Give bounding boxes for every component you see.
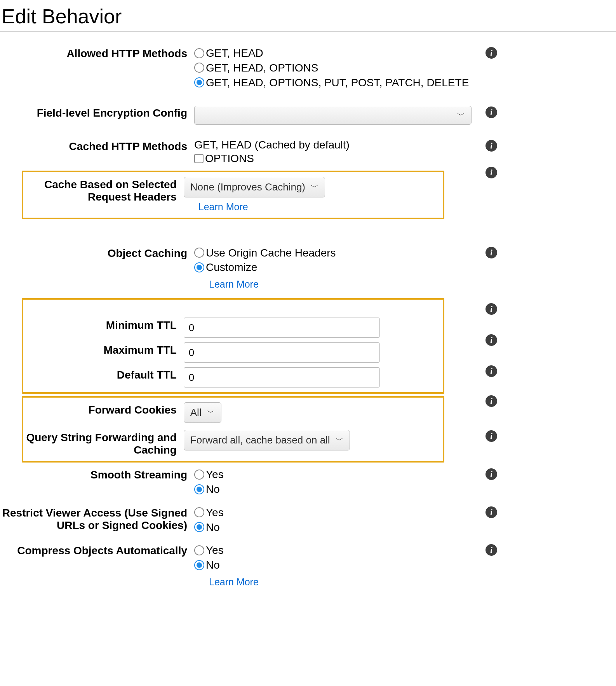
header-divider xyxy=(0,31,616,32)
radio-label: Customize xyxy=(206,261,257,273)
radio-icon[interactable] xyxy=(194,63,204,73)
chevron-down-icon: ﹀ xyxy=(336,435,343,445)
info-icon[interactable]: i xyxy=(485,47,497,59)
radio-label: GET, HEAD, OPTIONS, PUT, POST, PATCH, DE… xyxy=(206,77,469,89)
radio-icon[interactable] xyxy=(194,484,204,494)
select-value: Forward all, cache based on all xyxy=(190,434,330,446)
radio-label: GET, HEAD xyxy=(206,47,263,59)
select-cache-headers[interactable]: None (Improves Caching) ﹀ xyxy=(184,177,325,197)
select-value: All xyxy=(190,407,202,419)
select-value: None (Improves Caching) xyxy=(190,181,305,193)
radio-option-get-head-options[interactable]: GET, HEAD, OPTIONS xyxy=(194,61,474,75)
radio-compress-no[interactable]: No xyxy=(194,558,474,573)
radio-label: Yes xyxy=(206,468,224,480)
info-icon[interactable]: i xyxy=(485,544,497,556)
info-icon[interactable]: i xyxy=(485,106,497,118)
label-object-caching: Object Caching xyxy=(0,246,194,260)
radio-icon[interactable] xyxy=(194,470,204,480)
radio-icon[interactable] xyxy=(194,77,204,87)
row-object-caching: Object Caching Use Origin Cache Headers … xyxy=(0,243,505,293)
radio-label: Yes xyxy=(206,544,224,556)
select-field-level-encryption[interactable]: ﹀ xyxy=(194,106,472,125)
radio-label: GET, HEAD, OPTIONS xyxy=(206,62,318,74)
row-cache-headers: Cache Based on Selected Request Headers … xyxy=(23,175,443,215)
row-forward-cookies: Forward Cookies All ﹀ xyxy=(23,400,443,425)
radio-icon[interactable] xyxy=(194,522,204,532)
chevron-down-icon: ﹀ xyxy=(207,407,215,418)
label-compress-objects: Compress Objects Automatically xyxy=(0,543,194,557)
row-restrict-viewer-access: Restrict Viewer Access (Use Signed URLs … xyxy=(0,503,505,537)
radio-icon[interactable] xyxy=(194,545,204,555)
row-compress-objects: Compress Objects Automatically Yes No Le… xyxy=(0,541,505,590)
checkbox-options[interactable]: OPTIONS xyxy=(194,151,474,166)
highlight-ttl: Minimum TTL Maximum TTL Default TTL xyxy=(22,298,444,394)
radio-option-all-methods[interactable]: GET, HEAD, OPTIONS, PUT, POST, PATCH, DE… xyxy=(194,75,474,90)
label-default-ttl: Default TTL xyxy=(23,367,184,381)
checkbox-icon[interactable] xyxy=(194,154,204,163)
radio-compress-yes[interactable]: Yes xyxy=(194,543,474,558)
label-forward-cookies: Forward Cookies xyxy=(23,402,184,416)
cached-default-note: GET, HEAD (Cached by default) xyxy=(194,139,474,151)
input-minimum-ttl[interactable] xyxy=(184,318,380,338)
row-default-ttl: Default TTL xyxy=(23,365,443,390)
label-minimum-ttl: Minimum TTL xyxy=(23,318,184,332)
radio-use-origin-cache-headers[interactable]: Use Origin Cache Headers xyxy=(194,246,474,260)
radio-smooth-no[interactable]: No xyxy=(194,482,474,497)
row-smooth-streaming: Smooth Streaming Yes No i xyxy=(0,465,505,499)
row-field-level-encryption: Field-level Encryption Config ﹀ i xyxy=(0,103,505,127)
page-title: Edit Behavior xyxy=(0,5,616,28)
info-icon[interactable]: i xyxy=(485,506,497,518)
row-maximum-ttl: Maximum TTL xyxy=(23,340,443,365)
radio-customize[interactable]: Customize xyxy=(194,260,474,275)
info-icon[interactable]: i xyxy=(485,395,497,407)
info-icon[interactable]: i xyxy=(485,247,497,258)
label-restrict-viewer-access: Restrict Viewer Access (Use Signed URLs … xyxy=(0,505,194,532)
select-forward-cookies[interactable]: All ﹀ xyxy=(184,402,221,423)
radio-label: No xyxy=(206,483,220,495)
highlight-forwarding: Forward Cookies All ﹀ Query String Forwa… xyxy=(22,396,444,463)
label-field-level-encryption: Field-level Encryption Config xyxy=(0,105,194,119)
label-maximum-ttl: Maximum TTL xyxy=(23,342,184,356)
info-icon[interactable]: i xyxy=(485,430,497,442)
label-allowed-http-methods: Allowed HTTP Methods xyxy=(0,46,194,60)
radio-icon[interactable] xyxy=(194,248,204,258)
chevron-down-icon: ﹀ xyxy=(457,110,465,120)
input-default-ttl[interactable] xyxy=(184,367,380,388)
radio-icon[interactable] xyxy=(194,560,204,570)
row-allowed-http-methods: Allowed HTTP Methods GET, HEAD GET, HEAD… xyxy=(0,44,505,92)
radio-restrict-yes[interactable]: Yes xyxy=(194,505,474,520)
chevron-down-icon: ﹀ xyxy=(311,182,318,192)
input-maximum-ttl[interactable] xyxy=(184,342,380,363)
link-learn-more[interactable]: Learn More xyxy=(198,201,248,213)
radio-label: No xyxy=(206,521,220,533)
info-icon[interactable]: i xyxy=(485,140,497,152)
label-smooth-streaming: Smooth Streaming xyxy=(0,467,194,481)
label-cached-http-methods: Cached HTTP Methods xyxy=(0,139,194,153)
row-cached-http-methods: Cached HTTP Methods GET, HEAD (Cached by… xyxy=(0,136,505,168)
info-icon[interactable]: i xyxy=(485,365,497,377)
info-icon[interactable]: i xyxy=(485,167,497,178)
radio-icon[interactable] xyxy=(194,262,204,272)
highlight-cache-headers: Cache Based on Selected Request Headers … xyxy=(22,171,444,219)
row-minimum-ttl: Minimum TTL xyxy=(23,315,443,340)
row-query-string: Query String Forwarding and Caching Forw… xyxy=(23,428,443,459)
checkbox-label: OPTIONS xyxy=(205,152,254,164)
label-query-string: Query String Forwarding and Caching xyxy=(23,430,184,456)
radio-label: Yes xyxy=(206,506,224,518)
radio-smooth-yes[interactable]: Yes xyxy=(194,467,474,482)
radio-restrict-no[interactable]: No xyxy=(194,520,474,535)
select-query-string[interactable]: Forward all, cache based on all ﹀ xyxy=(184,430,350,450)
radio-label: No xyxy=(206,559,220,571)
link-learn-more[interactable]: Learn More xyxy=(209,576,259,588)
link-learn-more[interactable]: Learn More xyxy=(209,279,259,290)
info-icon[interactable]: i xyxy=(485,468,497,480)
label-cache-headers: Cache Based on Selected Request Headers xyxy=(23,177,184,203)
radio-option-get-head[interactable]: GET, HEAD xyxy=(194,46,474,61)
radio-icon[interactable] xyxy=(194,48,204,58)
radio-label: Use Origin Cache Headers xyxy=(206,247,336,259)
info-icon[interactable]: i xyxy=(485,303,497,315)
info-icon[interactable]: i xyxy=(485,334,497,346)
radio-icon[interactable] xyxy=(194,507,204,517)
